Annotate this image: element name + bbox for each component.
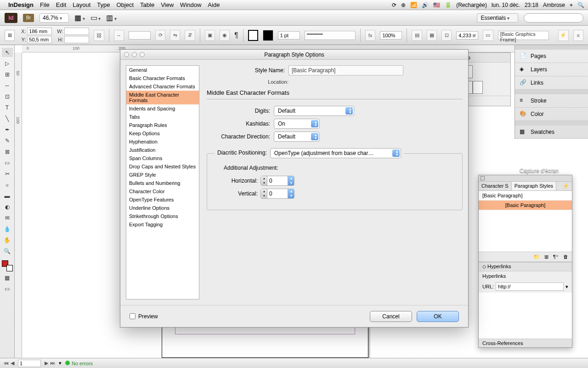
select-content-icon[interactable]: ◉ — [220, 30, 230, 41]
content-collector-tool[interactable]: ⊡ — [2, 92, 13, 101]
panel-flyout-icon[interactable]: ⚡ — [560, 182, 572, 190]
help-search[interactable] — [524, 13, 583, 23]
fill-swatch[interactable] — [248, 30, 258, 41]
url-field[interactable] — [496, 282, 564, 291]
apply-color-button[interactable]: ▦ — [2, 273, 13, 282]
line-tool[interactable]: ╲ — [2, 114, 13, 123]
hyperlinks-list[interactable] — [479, 293, 572, 339]
style-row-selected[interactable]: [Basic Paragraph] — [479, 201, 572, 210]
preview-checkbox[interactable]: Preview — [130, 313, 158, 320]
stroke-style-select[interactable]: ━━━━━ — [305, 31, 356, 40]
dialog-titlebar[interactable]: Paragraph Style Options — [120, 50, 468, 60]
opacity-field[interactable] — [380, 31, 402, 40]
menu-help[interactable]: Aide — [208, 1, 220, 8]
quick-apply-icon[interactable]: ⚡ — [558, 30, 568, 41]
direct-selection-tool[interactable]: ▷ — [2, 59, 13, 68]
h-field[interactable] — [64, 36, 89, 43]
menu-view[interactable]: View — [161, 1, 174, 8]
rectangle-frame-tool[interactable]: ⊠ — [2, 147, 13, 156]
dock-links[interactable]: 🔗Links — [515, 76, 588, 90]
fit-value-field[interactable] — [456, 31, 478, 40]
gradient-feather-tool[interactable]: ◐ — [2, 202, 13, 212]
eyedropper-tool[interactable]: 💧 — [2, 224, 13, 234]
panel-close-icon[interactable] — [481, 176, 485, 180]
dock-swatches[interactable]: ▦Swatches — [515, 126, 588, 139]
bluetooth-icon[interactable]: ⌖ — [570, 2, 573, 8]
kashidas-select[interactable]: On▴▾ — [274, 119, 320, 129]
url-dropdown-icon[interactable]: ▾ — [565, 284, 568, 290]
cat-justification[interactable]: Justification — [126, 146, 199, 154]
hyperlinks-header[interactable]: ◇ Hyperlinks — [479, 262, 572, 271]
preflight-status[interactable]: No errors — [72, 361, 93, 366]
scale-x-field[interactable] — [129, 31, 151, 40]
text-wrap-none-icon[interactable]: ▤ — [412, 30, 422, 41]
cat-tabs[interactable]: Tabs — [126, 113, 199, 121]
page-nav[interactable]: ⏮ ◀ — [4, 360, 14, 366]
last-page-icon[interactable]: ⏭ — [50, 360, 55, 366]
zoom-level-select[interactable]: 46,7% — [40, 13, 69, 23]
flip-horizontal-icon[interactable]: ⇋ — [170, 30, 180, 41]
cat-me-char[interactable]: Middle East Character Formats — [126, 91, 199, 104]
delete-style-icon[interactable]: 🗑 — [563, 254, 568, 260]
vertical-field[interactable] — [267, 189, 288, 198]
stroke-weight-field[interactable] — [278, 31, 300, 40]
window-close-icon[interactable] — [124, 52, 129, 57]
volume-icon[interactable]: 🔊 — [422, 2, 429, 8]
app-name[interactable]: InDesign — [8, 1, 34, 8]
vertical-spinner[interactable]: ▴▾ ▴▾ — [260, 189, 294, 199]
pencil-tool[interactable]: ✎ — [2, 136, 13, 145]
cat-grep[interactable]: GREP Style — [126, 171, 199, 179]
spin-up-icon[interactable]: ▴ — [288, 176, 294, 181]
cancel-button[interactable]: Cancel — [370, 311, 412, 322]
note-tool[interactable]: ✉ — [2, 213, 13, 223]
new-style-icon[interactable]: ⊞ — [544, 254, 548, 260]
ok-button[interactable]: OK — [417, 311, 459, 322]
pen-tool[interactable]: ✒ — [2, 125, 13, 134]
window-minimize-icon[interactable] — [132, 52, 137, 57]
horizontal-spinner[interactable]: ▴▾ ▴▾ — [260, 176, 294, 186]
w-field[interactable] — [64, 28, 89, 35]
rotate-icon[interactable]: ⟳ — [155, 30, 165, 41]
spotlight-icon[interactable]: 🔍 — [577, 2, 584, 8]
effects-icon[interactable]: fx — [365, 30, 375, 41]
type-tool[interactable]: T — [2, 103, 13, 112]
constrain-proportions-icon[interactable]: ⛓ — [94, 30, 104, 41]
menubar-user[interactable]: Ambrose — [543, 2, 565, 8]
screen-mode-tool[interactable]: ▭ — [2, 284, 13, 293]
dock-pages[interactable]: 📄Pages — [515, 50, 588, 63]
prev-page-icon[interactable]: ◀ — [11, 360, 14, 366]
panel-menu-icon[interactable]: ≡ — [573, 30, 583, 41]
wifi-icon[interactable]: 📶 — [410, 2, 417, 8]
screen-mode-button[interactable]: ▭ — [90, 13, 101, 22]
zoom-tool[interactable]: 🔍 — [2, 247, 13, 256]
style-name-field[interactable] — [288, 65, 403, 75]
free-transform-tool[interactable]: ⟐ — [2, 180, 13, 190]
first-page-icon[interactable]: ⏮ — [4, 360, 9, 366]
cat-basic-char[interactable]: Basic Character Formats — [126, 74, 199, 82]
clear-override-icon[interactable]: ¶⁺ — [553, 254, 559, 260]
category-list[interactable]: General Basic Character Formats Advanced… — [126, 65, 199, 299]
menu-table[interactable]: Table — [140, 1, 154, 8]
scissors-tool[interactable]: ✂ — [2, 169, 13, 178]
digits-select[interactable]: Default▴▾ — [274, 106, 354, 116]
diacritic-select[interactable]: OpenType (adjustment from base char…▴▾ — [270, 148, 401, 158]
rectangle-tool[interactable]: ▭ — [2, 158, 13, 167]
tab-character-styles[interactable]: Character S — [479, 182, 512, 190]
cross-references-header[interactable]: Cross-References — [479, 339, 572, 347]
paragraph-styles-panel[interactable]: Character S Paragraph Styles ⚡ [Basic Pa… — [478, 175, 572, 348]
view-options-button[interactable]: ▦ — [74, 13, 85, 22]
menu-layout[interactable]: Layout — [73, 1, 90, 8]
dock-color[interactable]: 🎨Color — [515, 108, 588, 121]
object-style-select[interactable]: [Basic Graphics Frame] — [498, 31, 549, 40]
cat-dropcaps[interactable]: Drop Caps and Nested Styles — [126, 162, 199, 171]
preflight-status-icon[interactable] — [65, 361, 70, 365]
x-field[interactable] — [27, 28, 52, 35]
chardir-select[interactable]: Default▴▾ — [274, 132, 320, 142]
flag-icon[interactable]: 🇺🇸 — [433, 2, 440, 8]
gradient-swatch-tool[interactable]: ▬ — [2, 191, 13, 201]
menu-window[interactable]: Window — [180, 1, 201, 8]
cat-charcolor[interactable]: Character Color — [126, 187, 199, 196]
open-docs-icon[interactable]: ▾ — [59, 360, 62, 366]
page-nav[interactable]: ▶ ⏭ — [45, 360, 55, 366]
text-wrap-bounding-icon[interactable]: ▦ — [427, 30, 437, 41]
